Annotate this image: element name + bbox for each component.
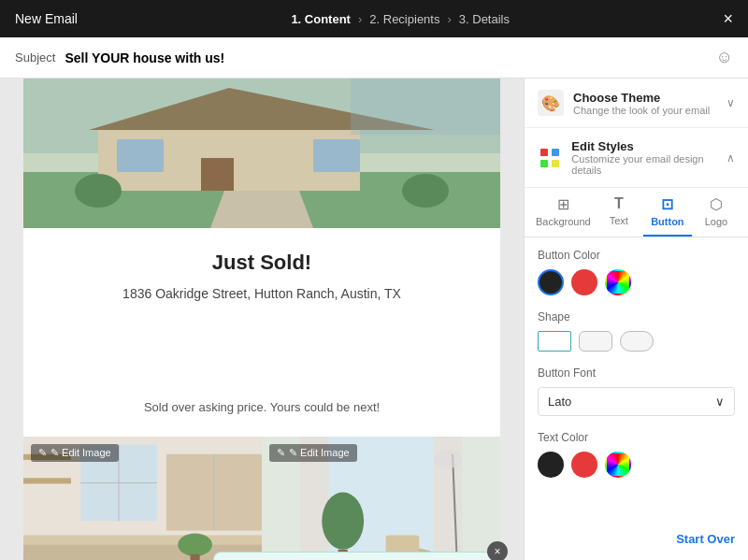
top-bar: New Email 1. Content › 2. Recipients › 3… — [0, 0, 748, 37]
svg-point-20 — [178, 533, 212, 555]
subject-value: Sell YOUR house with us! — [65, 50, 715, 65]
shape-options — [538, 331, 735, 352]
button-color-black[interactable] — [538, 269, 564, 295]
email-content: Just Sold! 1836 Oakridge Street, Hutton … — [23, 79, 500, 560]
edit-image-right-label: ✎ Edit Image — [289, 447, 350, 459]
button-color-group: Button Color — [538, 249, 735, 295]
text-color-label: Text Color — [538, 431, 735, 444]
edit-styles-section: Edit Styles Customize your email design … — [525, 128, 748, 188]
svg-point-29 — [434, 450, 463, 468]
subject-bar: Subject Sell YOUR house with us! ☺ — [0, 37, 748, 79]
app-title: New Email — [15, 11, 78, 26]
email-body: Just Sold! 1836 Oakridge Street, Hutton … — [23, 228, 500, 437]
choose-theme-section: 🎨 Choose Theme Change the look of your e… — [525, 79, 748, 128]
choose-theme-subtitle: Change the look of your email — [573, 105, 710, 116]
edit-styles-header[interactable]: Edit Styles Customize your email design … — [525, 128, 748, 187]
main-area: Just Sold! 1836 Oakridge Street, Hutton … — [0, 79, 748, 560]
svg-rect-6 — [117, 139, 164, 172]
text-color-black[interactable] — [538, 452, 564, 478]
edit-icon-right: ✎ — [277, 447, 285, 459]
start-over-section: Start Over — [525, 517, 748, 560]
emoji-button[interactable]: ☺ — [716, 48, 733, 67]
choose-theme-header-left: 🎨 Choose Theme Change the look of your e… — [538, 90, 710, 116]
start-over-button[interactable]: Start Over — [676, 532, 735, 546]
step-2-label: 2. Recipients — [369, 12, 439, 26]
svg-rect-17 — [23, 536, 262, 545]
text-color-red[interactable] — [571, 452, 597, 478]
step-3-label: 3. Details — [459, 12, 510, 26]
text-color-swatches — [538, 452, 735, 478]
choose-theme-chevron: ∨ — [726, 96, 735, 109]
edit-styles-subtitle: Customize your email design details — [571, 153, 726, 176]
tab-text[interactable]: T Text — [595, 188, 643, 237]
tab-background[interactable]: ⊞ Background — [532, 188, 595, 237]
button-tab-label: Button — [651, 216, 683, 227]
button-color-label: Button Color — [538, 249, 735, 262]
breadcrumb-steps: 1. Content › 2. Recipients › 3. Details — [291, 12, 510, 26]
email-bottom-images: ✎ ✎ Edit Image — [23, 437, 500, 560]
shape-label: Shape — [538, 310, 735, 323]
subject-label: Subject — [15, 50, 55, 65]
background-tab-icon: ⊞ — [557, 195, 569, 213]
logo-tab-icon: ⬡ — [710, 195, 723, 213]
toolbar-close-button[interactable]: × — [487, 541, 508, 560]
tab-button[interactable]: ⊡ Button — [643, 188, 692, 237]
button-color-swatches — [538, 269, 735, 295]
shape-square[interactable] — [538, 331, 571, 352]
button-color-red[interactable] — [571, 269, 597, 295]
text-tab-label: Text — [610, 215, 628, 226]
edit-styles-chevron: ∧ — [726, 151, 735, 165]
logo-tab-label: Logo — [705, 216, 727, 227]
tab-logo[interactable]: ⬡ Logo — [692, 188, 741, 237]
email-image-left[interactable]: ✎ ✎ Edit Image — [23, 437, 262, 560]
edit-image-left-label: ✎ Edit Image — [50, 447, 111, 459]
text-color-rainbow[interactable] — [605, 452, 631, 478]
svg-marker-11 — [210, 191, 313, 228]
edit-image-right-overlay[interactable]: ✎ ✎ Edit Image — [269, 444, 357, 462]
email-sold-text: Sold over asking price. Yours could be n… — [61, 400, 463, 414]
svg-rect-37 — [552, 160, 559, 167]
button-color-rainbow[interactable] — [605, 269, 631, 295]
svg-point-30 — [322, 493, 364, 550]
svg-rect-35 — [552, 149, 559, 156]
text-color-group: Text Color — [538, 431, 735, 478]
close-button[interactable]: × — [723, 9, 733, 29]
arrow-2: › — [447, 12, 451, 26]
edit-image-left-overlay[interactable]: ✎ ✎ Edit Image — [31, 444, 119, 462]
svg-rect-5 — [201, 158, 234, 191]
button-tab-icon: ⊡ — [661, 195, 673, 213]
dropdown-chevron-icon: ∨ — [715, 395, 725, 409]
svg-rect-7 — [313, 139, 360, 172]
svg-rect-21 — [191, 554, 200, 560]
edit-icon-left: ✎ — [38, 447, 47, 459]
email-image-right[interactable]: ✎ ✎ Edit Image — [262, 437, 500, 560]
step-1-label: 1. Content — [291, 12, 351, 26]
svg-rect-36 — [540, 160, 548, 167]
edit-styles-icon — [538, 145, 562, 171]
theme-icon: 🎨 — [538, 90, 564, 116]
svg-point-9 — [402, 174, 449, 208]
shape-rounded[interactable] — [579, 331, 612, 352]
choose-theme-header[interactable]: 🎨 Choose Theme Change the look of your e… — [525, 79, 748, 127]
svg-rect-19 — [23, 478, 71, 483]
right-panel: 🎨 Choose Theme Change the look of your e… — [524, 79, 748, 560]
svg-rect-34 — [540, 149, 548, 156]
email-canvas[interactable]: Just Sold! 1836 Oakridge Street, Hutton … — [0, 79, 524, 560]
shape-pill[interactable] — [620, 331, 654, 352]
arrow-1: › — [358, 12, 362, 26]
hero-svg — [23, 79, 500, 228]
svg-rect-10 — [351, 79, 500, 135]
background-tab-label: Background — [536, 216, 591, 227]
email-address: 1836 Oakridge Street, Hutton Ranch, Aust… — [61, 286, 463, 301]
edit-styles-svg — [539, 147, 561, 169]
style-options: Button Color Shape Button Font — [525, 237, 748, 517]
popup-toolbar: × ⊙ Button 🖼 Image T Text ⊟ — [213, 552, 497, 560]
font-dropdown[interactable]: Lato ∨ — [538, 387, 735, 416]
edit-styles-header-left: Edit Styles Customize your email design … — [538, 139, 726, 176]
shape-group: Shape — [538, 310, 735, 352]
edit-styles-title: Edit Styles — [571, 139, 726, 153]
button-font-label: Button Font — [538, 366, 735, 380]
email-hero-image[interactable] — [23, 79, 500, 228]
svg-point-8 — [75, 174, 122, 208]
text-tab-icon: T — [614, 195, 624, 212]
